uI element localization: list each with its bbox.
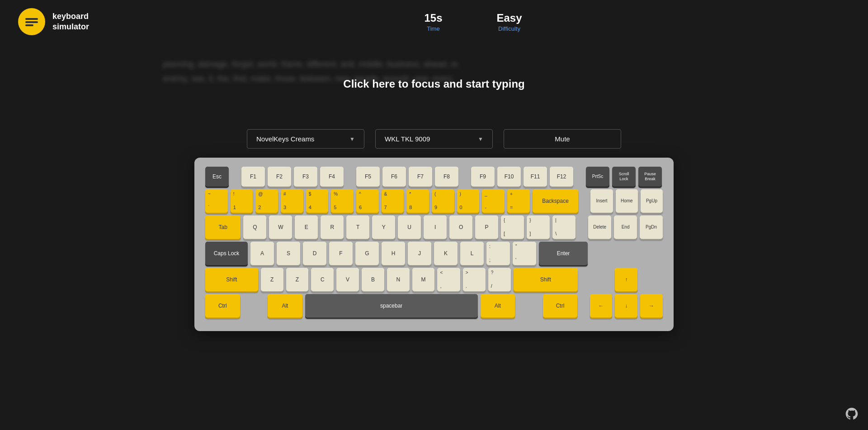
key-f3[interactable]: F3 xyxy=(294,167,317,187)
key-arrow-up[interactable]: ↑ xyxy=(615,268,637,291)
key-backtick[interactable]: ~ ` xyxy=(205,189,228,213)
key-8[interactable]: * 8 xyxy=(406,189,429,213)
mute-button[interactable]: Mute xyxy=(504,129,621,149)
key-c[interactable]: C xyxy=(311,268,334,291)
key-arrow-left[interactable]: ← xyxy=(590,294,613,318)
key-insert[interactable]: Insert xyxy=(590,189,613,213)
key-enter[interactable]: Enter xyxy=(539,242,588,265)
key-end[interactable]: End xyxy=(614,215,637,239)
key-e[interactable]: E xyxy=(295,215,318,239)
key-arrow-right[interactable]: → xyxy=(640,294,663,318)
key-f[interactable]: F xyxy=(329,242,353,265)
key-6[interactable]: ^ 6 xyxy=(356,189,379,213)
key-d[interactable]: D xyxy=(303,242,326,265)
key-lshift[interactable]: Shift xyxy=(205,268,258,291)
key-home[interactable]: Home xyxy=(616,189,638,213)
key-pgdn[interactable]: PgDn xyxy=(640,215,663,239)
tab-row: Tab Q W E R T Y U I O P { [ } ] | \ Dele… xyxy=(205,215,663,239)
key-backspace[interactable]: Backspace xyxy=(533,189,579,213)
key-semicolon[interactable]: : ; xyxy=(486,242,510,265)
key-esc[interactable]: Esc xyxy=(205,167,229,187)
key-lctrl[interactable]: Ctrl xyxy=(205,294,240,318)
key-9[interactable]: ( 9 xyxy=(432,189,454,213)
key-i[interactable]: I xyxy=(424,215,447,239)
key-arrow-down[interactable]: ↓ xyxy=(615,294,637,318)
key-s[interactable]: S xyxy=(277,242,300,265)
key-1[interactable]: ! 1 xyxy=(231,189,253,213)
svg-rect-1 xyxy=(25,21,38,23)
key-capslock[interactable]: Caps Lock xyxy=(205,242,248,265)
key-minus[interactable]: _ - xyxy=(482,189,505,213)
key-f5[interactable]: F5 xyxy=(356,167,380,187)
difficulty-stat: Easy Difficulty xyxy=(497,12,522,32)
key-tab[interactable]: Tab xyxy=(205,215,241,239)
key-quote[interactable]: " ' xyxy=(513,242,536,265)
key-spacebar[interactable]: spacebar xyxy=(305,294,478,318)
key-f4[interactable]: F4 xyxy=(320,167,344,187)
key-5[interactable]: % 5 xyxy=(331,189,354,213)
key-l[interactable]: L xyxy=(460,242,484,265)
key-k[interactable]: K xyxy=(434,242,458,265)
key-f8[interactable]: F8 xyxy=(435,167,458,187)
switch-selector[interactable]: NovelKeys Creams ▼ xyxy=(247,129,364,149)
key-t[interactable]: T xyxy=(346,215,369,239)
key-period[interactable]: > . xyxy=(463,268,486,291)
key-7[interactable]: & 7 xyxy=(382,189,404,213)
key-lalt[interactable]: Alt xyxy=(268,294,302,318)
app-title: keyboard simulator xyxy=(52,11,89,33)
key-delete[interactable]: Delete xyxy=(588,215,611,239)
key-y[interactable]: Y xyxy=(372,215,395,239)
key-f12[interactable]: F12 xyxy=(550,167,573,187)
key-w[interactable]: W xyxy=(269,215,292,239)
key-backslash[interactable]: | \ xyxy=(552,215,576,239)
key-comma[interactable]: < , xyxy=(437,268,460,291)
key-g[interactable]: G xyxy=(355,242,379,265)
key-ralt[interactable]: Alt xyxy=(481,294,515,318)
key-pause[interactable]: PauseBreak xyxy=(638,167,662,187)
key-lbracket[interactable]: { [ xyxy=(501,215,524,239)
key-m[interactable]: M xyxy=(412,268,435,291)
key-o[interactable]: O xyxy=(449,215,472,239)
key-a[interactable]: A xyxy=(250,242,274,265)
time-stat: 15s Time xyxy=(424,12,442,32)
controls: NovelKeys Creams ▼ WKL TKL 9009 ▼ Mute xyxy=(208,129,660,149)
key-prtsc[interactable]: PrtSc xyxy=(586,167,609,187)
key-x[interactable]: Z xyxy=(286,268,309,291)
key-f11[interactable]: F11 xyxy=(524,167,547,187)
typing-area[interactable]: planning, damage, forget, world, frame, … xyxy=(163,57,705,111)
key-f6[interactable]: F6 xyxy=(382,167,406,187)
key-0[interactable]: ) 0 xyxy=(457,189,480,213)
key-4[interactable]: $ 4 xyxy=(306,189,329,213)
key-h[interactable]: H xyxy=(382,242,405,265)
key-v[interactable]: V xyxy=(336,268,359,291)
key-slash[interactable]: ? / xyxy=(488,268,511,291)
key-n[interactable]: N xyxy=(387,268,410,291)
key-rshift[interactable]: Shift xyxy=(514,268,578,291)
layout-selector[interactable]: WKL TKL 9009 ▼ xyxy=(375,129,493,149)
key-z[interactable]: Z xyxy=(261,268,283,291)
key-p[interactable]: P xyxy=(475,215,498,239)
key-3[interactable]: # 3 xyxy=(281,189,303,213)
key-j[interactable]: J xyxy=(408,242,431,265)
focus-prompt[interactable]: Click here to focus and start typing xyxy=(343,78,524,90)
difficulty-value: Easy xyxy=(497,12,522,24)
key-rbracket[interactable]: } ] xyxy=(527,215,550,239)
key-equals[interactable]: + = xyxy=(507,189,530,213)
key-f9[interactable]: F9 xyxy=(471,167,495,187)
key-b[interactable]: B xyxy=(362,268,384,291)
key-q[interactable]: Q xyxy=(243,215,266,239)
key-rctrl[interactable]: Ctrl xyxy=(543,294,578,318)
key-r[interactable]: R xyxy=(321,215,344,239)
key-f1[interactable]: F1 xyxy=(241,167,265,187)
github-icon[interactable] xyxy=(844,407,859,421)
key-2[interactable]: @ 2 xyxy=(255,189,278,213)
key-scrolllock[interactable]: ScrollLock xyxy=(612,167,636,187)
key-u[interactable]: U xyxy=(398,215,421,239)
layout-label: WKL TKL 9009 xyxy=(385,135,430,143)
key-f2[interactable]: F2 xyxy=(268,167,291,187)
key-pgup[interactable]: PgUp xyxy=(641,189,663,213)
key-f7[interactable]: F7 xyxy=(409,167,432,187)
time-label: Time xyxy=(424,25,442,32)
key-f10[interactable]: F10 xyxy=(497,167,521,187)
bottom-row: Ctrl Alt spacebar Alt Ctrl ← ↓ → xyxy=(205,294,663,318)
